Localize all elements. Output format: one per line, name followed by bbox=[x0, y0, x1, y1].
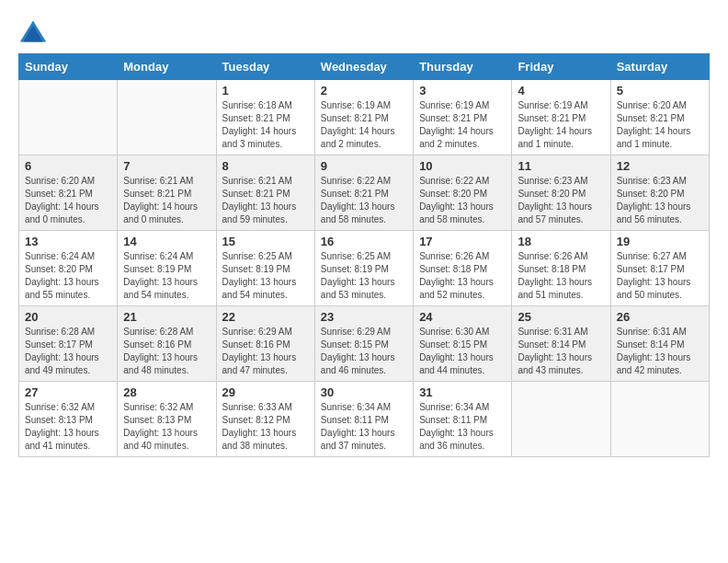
day-info: Sunrise: 6:21 AM Sunset: 8:21 PM Dayligh… bbox=[123, 175, 210, 226]
day-number: 13 bbox=[25, 235, 111, 248]
day-number: 22 bbox=[222, 310, 309, 324]
day-number: 9 bbox=[321, 159, 407, 173]
day-number: 2 bbox=[321, 84, 407, 98]
day-number: 6 bbox=[25, 159, 111, 173]
day-number: 7 bbox=[123, 159, 210, 173]
day-number: 10 bbox=[419, 159, 506, 173]
calendar-day-cell: 25Sunrise: 6:31 AM Sunset: 8:14 PM Dayli… bbox=[512, 306, 610, 382]
day-number: 21 bbox=[123, 310, 210, 324]
day-info: Sunrise: 6:20 AM Sunset: 8:21 PM Dayligh… bbox=[25, 175, 111, 226]
day-info: Sunrise: 6:29 AM Sunset: 8:15 PM Dayligh… bbox=[321, 326, 407, 377]
calendar-day-cell: 6Sunrise: 6:20 AM Sunset: 8:21 PM Daylig… bbox=[19, 155, 118, 231]
calendar-day-cell: 22Sunrise: 6:29 AM Sunset: 8:16 PM Dayli… bbox=[216, 306, 314, 382]
calendar-day-cell: 4Sunrise: 6:19 AM Sunset: 8:21 PM Daylig… bbox=[512, 80, 610, 155]
day-info: Sunrise: 6:23 AM Sunset: 8:20 PM Dayligh… bbox=[617, 175, 703, 226]
day-info: Sunrise: 6:25 AM Sunset: 8:19 PM Dayligh… bbox=[321, 250, 407, 302]
day-info: Sunrise: 6:18 AM Sunset: 8:21 PM Dayligh… bbox=[222, 99, 309, 151]
calendar-day-cell: 27Sunrise: 6:32 AM Sunset: 8:13 PM Dayli… bbox=[19, 382, 118, 457]
weekday-header: Saturday bbox=[610, 54, 709, 80]
calendar-day-cell: 13Sunrise: 6:24 AM Sunset: 8:20 PM Dayli… bbox=[19, 231, 118, 306]
day-info: Sunrise: 6:31 AM Sunset: 8:14 PM Dayligh… bbox=[518, 326, 604, 377]
calendar-day-cell: 10Sunrise: 6:22 AM Sunset: 8:20 PM Dayli… bbox=[414, 155, 512, 231]
calendar-day-cell: 2Sunrise: 6:19 AM Sunset: 8:21 PM Daylig… bbox=[314, 80, 413, 155]
calendar-day-cell: 19Sunrise: 6:27 AM Sunset: 8:17 PM Dayli… bbox=[610, 231, 709, 306]
page-header bbox=[18, 18, 710, 44]
calendar-day-cell: 11Sunrise: 6:23 AM Sunset: 8:20 PM Dayli… bbox=[512, 155, 610, 231]
day-info: Sunrise: 6:23 AM Sunset: 8:20 PM Dayligh… bbox=[518, 175, 604, 226]
day-info: Sunrise: 6:20 AM Sunset: 8:21 PM Dayligh… bbox=[617, 99, 703, 151]
logo bbox=[18, 18, 51, 44]
day-number: 4 bbox=[518, 84, 604, 98]
calendar-week-row: 27Sunrise: 6:32 AM Sunset: 8:13 PM Dayli… bbox=[19, 382, 710, 457]
calendar-day-cell: 17Sunrise: 6:26 AM Sunset: 8:18 PM Dayli… bbox=[414, 231, 512, 306]
day-info: Sunrise: 6:29 AM Sunset: 8:16 PM Dayligh… bbox=[222, 326, 309, 377]
calendar-week-row: 13Sunrise: 6:24 AM Sunset: 8:20 PM Dayli… bbox=[19, 231, 710, 306]
day-number: 18 bbox=[518, 235, 604, 248]
day-number: 12 bbox=[617, 159, 703, 173]
calendar-day-cell: 31Sunrise: 6:34 AM Sunset: 8:11 PM Dayli… bbox=[414, 382, 512, 457]
calendar-day-cell: 30Sunrise: 6:34 AM Sunset: 8:11 PM Dayli… bbox=[314, 382, 413, 457]
day-info: Sunrise: 6:19 AM Sunset: 8:21 PM Dayligh… bbox=[321, 99, 407, 151]
weekday-header: Thursday bbox=[414, 54, 512, 80]
day-info: Sunrise: 6:27 AM Sunset: 8:17 PM Dayligh… bbox=[617, 250, 703, 302]
logo-icon bbox=[18, 18, 48, 44]
calendar-day-cell: 14Sunrise: 6:24 AM Sunset: 8:19 PM Dayli… bbox=[118, 231, 216, 306]
day-info: Sunrise: 6:26 AM Sunset: 8:18 PM Dayligh… bbox=[419, 250, 506, 302]
calendar-day-cell: 12Sunrise: 6:23 AM Sunset: 8:20 PM Dayli… bbox=[610, 155, 709, 231]
day-info: Sunrise: 6:22 AM Sunset: 8:21 PM Dayligh… bbox=[321, 175, 407, 226]
day-info: Sunrise: 6:28 AM Sunset: 8:17 PM Dayligh… bbox=[25, 326, 111, 377]
calendar-day-cell: 23Sunrise: 6:29 AM Sunset: 8:15 PM Dayli… bbox=[314, 306, 413, 382]
day-info: Sunrise: 6:34 AM Sunset: 8:11 PM Dayligh… bbox=[419, 401, 506, 453]
calendar-day-cell: 24Sunrise: 6:30 AM Sunset: 8:15 PM Dayli… bbox=[414, 306, 512, 382]
calendar-header-row: SundayMondayTuesdayWednesdayThursdayFrid… bbox=[19, 54, 710, 80]
day-info: Sunrise: 6:21 AM Sunset: 8:21 PM Dayligh… bbox=[222, 175, 309, 226]
calendar-day-cell: 21Sunrise: 6:28 AM Sunset: 8:16 PM Dayli… bbox=[118, 306, 216, 382]
calendar-week-row: 6Sunrise: 6:20 AM Sunset: 8:21 PM Daylig… bbox=[19, 155, 710, 231]
day-number: 28 bbox=[123, 385, 210, 399]
day-info: Sunrise: 6:26 AM Sunset: 8:18 PM Dayligh… bbox=[518, 250, 604, 302]
day-number: 26 bbox=[617, 310, 703, 324]
day-info: Sunrise: 6:28 AM Sunset: 8:16 PM Dayligh… bbox=[123, 326, 210, 377]
day-number: 27 bbox=[25, 385, 111, 399]
day-number: 11 bbox=[518, 159, 604, 173]
calendar-day-cell: 1Sunrise: 6:18 AM Sunset: 8:21 PM Daylig… bbox=[216, 80, 314, 155]
day-info: Sunrise: 6:33 AM Sunset: 8:12 PM Dayligh… bbox=[222, 401, 309, 453]
day-number: 30 bbox=[321, 385, 407, 399]
day-number: 1 bbox=[222, 84, 309, 98]
day-number: 15 bbox=[222, 235, 309, 248]
weekday-header: Friday bbox=[512, 54, 610, 80]
day-info: Sunrise: 6:19 AM Sunset: 8:21 PM Dayligh… bbox=[419, 99, 506, 151]
calendar-day-cell: 5Sunrise: 6:20 AM Sunset: 8:21 PM Daylig… bbox=[610, 80, 709, 155]
day-number: 23 bbox=[321, 310, 407, 324]
day-info: Sunrise: 6:30 AM Sunset: 8:15 PM Dayligh… bbox=[419, 326, 506, 377]
day-number: 31 bbox=[419, 385, 506, 399]
calendar-day-cell bbox=[118, 80, 216, 155]
weekday-header: Sunday bbox=[19, 54, 118, 80]
day-info: Sunrise: 6:25 AM Sunset: 8:19 PM Dayligh… bbox=[222, 250, 309, 302]
calendar-body: 1Sunrise: 6:18 AM Sunset: 8:21 PM Daylig… bbox=[19, 80, 710, 457]
day-number: 19 bbox=[617, 235, 703, 248]
day-number: 8 bbox=[222, 159, 309, 173]
calendar-day-cell bbox=[512, 382, 610, 457]
calendar-week-row: 1Sunrise: 6:18 AM Sunset: 8:21 PM Daylig… bbox=[19, 80, 710, 155]
calendar-day-cell: 16Sunrise: 6:25 AM Sunset: 8:19 PM Dayli… bbox=[314, 231, 413, 306]
day-info: Sunrise: 6:24 AM Sunset: 8:20 PM Dayligh… bbox=[25, 250, 111, 302]
calendar-day-cell: 28Sunrise: 6:32 AM Sunset: 8:13 PM Dayli… bbox=[118, 382, 216, 457]
day-info: Sunrise: 6:24 AM Sunset: 8:19 PM Dayligh… bbox=[123, 250, 210, 302]
calendar-week-row: 20Sunrise: 6:28 AM Sunset: 8:17 PM Dayli… bbox=[19, 306, 710, 382]
day-info: Sunrise: 6:31 AM Sunset: 8:14 PM Dayligh… bbox=[617, 326, 703, 377]
calendar-day-cell: 9Sunrise: 6:22 AM Sunset: 8:21 PM Daylig… bbox=[314, 155, 413, 231]
calendar-day-cell: 26Sunrise: 6:31 AM Sunset: 8:14 PM Dayli… bbox=[610, 306, 709, 382]
day-number: 5 bbox=[617, 84, 703, 98]
day-info: Sunrise: 6:32 AM Sunset: 8:13 PM Dayligh… bbox=[25, 401, 111, 453]
calendar-day-cell: 8Sunrise: 6:21 AM Sunset: 8:21 PM Daylig… bbox=[216, 155, 314, 231]
day-info: Sunrise: 6:34 AM Sunset: 8:11 PM Dayligh… bbox=[321, 401, 407, 453]
weekday-header: Monday bbox=[118, 54, 216, 80]
day-info: Sunrise: 6:19 AM Sunset: 8:21 PM Dayligh… bbox=[518, 99, 604, 151]
weekday-header: Wednesday bbox=[314, 54, 413, 80]
day-number: 17 bbox=[419, 235, 506, 248]
day-number: 3 bbox=[419, 84, 506, 98]
calendar-day-cell: 7Sunrise: 6:21 AM Sunset: 8:21 PM Daylig… bbox=[118, 155, 216, 231]
calendar-day-cell bbox=[19, 80, 118, 155]
calendar-day-cell: 18Sunrise: 6:26 AM Sunset: 8:18 PM Dayli… bbox=[512, 231, 610, 306]
